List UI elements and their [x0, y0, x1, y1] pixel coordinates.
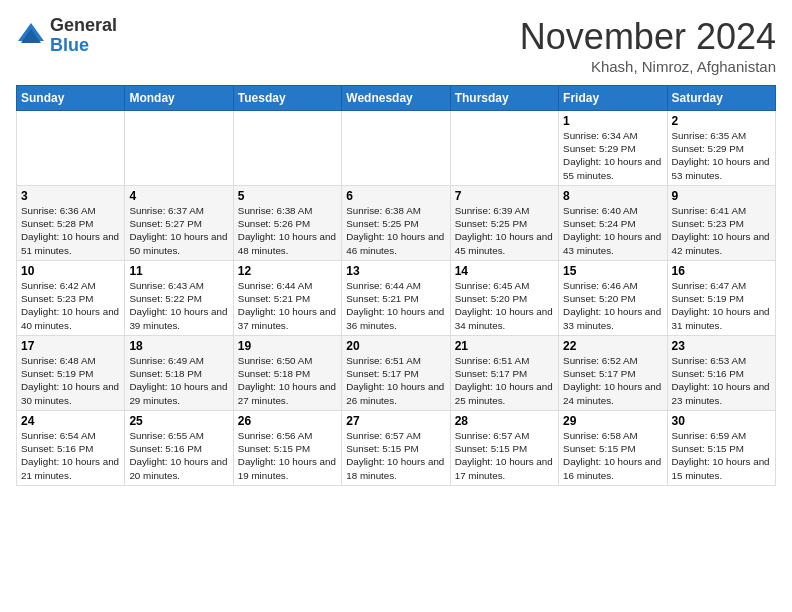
logo-blue-text: Blue [50, 36, 117, 56]
day-number: 18 [129, 339, 228, 353]
calendar-cell: 6Sunrise: 6:38 AM Sunset: 5:25 PM Daylig… [342, 186, 450, 261]
cell-info: Sunrise: 6:40 AM Sunset: 5:24 PM Dayligh… [563, 204, 662, 257]
day-number: 2 [672, 114, 771, 128]
calendar-cell: 14Sunrise: 6:45 AM Sunset: 5:20 PM Dayli… [450, 261, 558, 336]
calendar-cell [450, 111, 558, 186]
cell-info: Sunrise: 6:45 AM Sunset: 5:20 PM Dayligh… [455, 279, 554, 332]
calendar-cell: 26Sunrise: 6:56 AM Sunset: 5:15 PM Dayli… [233, 411, 341, 486]
month-title: November 2024 [520, 16, 776, 58]
calendar-cell: 5Sunrise: 6:38 AM Sunset: 5:26 PM Daylig… [233, 186, 341, 261]
cell-info: Sunrise: 6:53 AM Sunset: 5:16 PM Dayligh… [672, 354, 771, 407]
calendar-cell: 13Sunrise: 6:44 AM Sunset: 5:21 PM Dayli… [342, 261, 450, 336]
calendar-cell: 16Sunrise: 6:47 AM Sunset: 5:19 PM Dayli… [667, 261, 775, 336]
calendar-cell: 30Sunrise: 6:59 AM Sunset: 5:15 PM Dayli… [667, 411, 775, 486]
day-number: 27 [346, 414, 445, 428]
cell-info: Sunrise: 6:36 AM Sunset: 5:28 PM Dayligh… [21, 204, 120, 257]
calendar-cell [233, 111, 341, 186]
cell-info: Sunrise: 6:57 AM Sunset: 5:15 PM Dayligh… [455, 429, 554, 482]
day-header-tuesday: Tuesday [233, 86, 341, 111]
calendar-cell: 4Sunrise: 6:37 AM Sunset: 5:27 PM Daylig… [125, 186, 233, 261]
day-number: 13 [346, 264, 445, 278]
calendar-cell: 21Sunrise: 6:51 AM Sunset: 5:17 PM Dayli… [450, 336, 558, 411]
day-number: 24 [21, 414, 120, 428]
cell-info: Sunrise: 6:39 AM Sunset: 5:25 PM Dayligh… [455, 204, 554, 257]
calendar-cell: 12Sunrise: 6:44 AM Sunset: 5:21 PM Dayli… [233, 261, 341, 336]
logo-text: General Blue [50, 16, 117, 56]
header: General Blue November 2024 Khash, Nimroz… [16, 16, 776, 75]
calendar-cell: 23Sunrise: 6:53 AM Sunset: 5:16 PM Dayli… [667, 336, 775, 411]
calendar-cell: 11Sunrise: 6:43 AM Sunset: 5:22 PM Dayli… [125, 261, 233, 336]
day-header-sunday: Sunday [17, 86, 125, 111]
week-row-2: 10Sunrise: 6:42 AM Sunset: 5:23 PM Dayli… [17, 261, 776, 336]
calendar-cell: 28Sunrise: 6:57 AM Sunset: 5:15 PM Dayli… [450, 411, 558, 486]
calendar-cell: 8Sunrise: 6:40 AM Sunset: 5:24 PM Daylig… [559, 186, 667, 261]
day-number: 11 [129, 264, 228, 278]
day-number: 14 [455, 264, 554, 278]
calendar-table: SundayMondayTuesdayWednesdayThursdayFrid… [16, 85, 776, 486]
day-number: 10 [21, 264, 120, 278]
calendar-cell: 7Sunrise: 6:39 AM Sunset: 5:25 PM Daylig… [450, 186, 558, 261]
cell-info: Sunrise: 6:38 AM Sunset: 5:25 PM Dayligh… [346, 204, 445, 257]
cell-info: Sunrise: 6:44 AM Sunset: 5:21 PM Dayligh… [238, 279, 337, 332]
cell-info: Sunrise: 6:46 AM Sunset: 5:20 PM Dayligh… [563, 279, 662, 332]
day-number: 25 [129, 414, 228, 428]
cell-info: Sunrise: 6:48 AM Sunset: 5:19 PM Dayligh… [21, 354, 120, 407]
calendar-cell: 1Sunrise: 6:34 AM Sunset: 5:29 PM Daylig… [559, 111, 667, 186]
day-header-wednesday: Wednesday [342, 86, 450, 111]
week-row-3: 17Sunrise: 6:48 AM Sunset: 5:19 PM Dayli… [17, 336, 776, 411]
day-number: 22 [563, 339, 662, 353]
day-number: 16 [672, 264, 771, 278]
day-number: 19 [238, 339, 337, 353]
day-number: 6 [346, 189, 445, 203]
day-number: 4 [129, 189, 228, 203]
cell-info: Sunrise: 6:38 AM Sunset: 5:26 PM Dayligh… [238, 204, 337, 257]
cell-info: Sunrise: 6:37 AM Sunset: 5:27 PM Dayligh… [129, 204, 228, 257]
cell-info: Sunrise: 6:55 AM Sunset: 5:16 PM Dayligh… [129, 429, 228, 482]
cell-info: Sunrise: 6:52 AM Sunset: 5:17 PM Dayligh… [563, 354, 662, 407]
calendar-cell: 25Sunrise: 6:55 AM Sunset: 5:16 PM Dayli… [125, 411, 233, 486]
cell-info: Sunrise: 6:59 AM Sunset: 5:15 PM Dayligh… [672, 429, 771, 482]
calendar-cell [125, 111, 233, 186]
week-row-0: 1Sunrise: 6:34 AM Sunset: 5:29 PM Daylig… [17, 111, 776, 186]
cell-info: Sunrise: 6:44 AM Sunset: 5:21 PM Dayligh… [346, 279, 445, 332]
cell-info: Sunrise: 6:57 AM Sunset: 5:15 PM Dayligh… [346, 429, 445, 482]
logo: General Blue [16, 16, 117, 56]
day-number: 23 [672, 339, 771, 353]
day-number: 26 [238, 414, 337, 428]
cell-info: Sunrise: 6:56 AM Sunset: 5:15 PM Dayligh… [238, 429, 337, 482]
day-header-friday: Friday [559, 86, 667, 111]
day-number: 1 [563, 114, 662, 128]
calendar-cell: 3Sunrise: 6:36 AM Sunset: 5:28 PM Daylig… [17, 186, 125, 261]
calendar-cell: 27Sunrise: 6:57 AM Sunset: 5:15 PM Dayli… [342, 411, 450, 486]
calendar-cell: 17Sunrise: 6:48 AM Sunset: 5:19 PM Dayli… [17, 336, 125, 411]
calendar-cell: 18Sunrise: 6:49 AM Sunset: 5:18 PM Dayli… [125, 336, 233, 411]
week-row-1: 3Sunrise: 6:36 AM Sunset: 5:28 PM Daylig… [17, 186, 776, 261]
day-number: 5 [238, 189, 337, 203]
cell-info: Sunrise: 6:50 AM Sunset: 5:18 PM Dayligh… [238, 354, 337, 407]
title-section: November 2024 Khash, Nimroz, Afghanistan [520, 16, 776, 75]
day-number: 7 [455, 189, 554, 203]
day-number: 3 [21, 189, 120, 203]
calendar-header-row: SundayMondayTuesdayWednesdayThursdayFrid… [17, 86, 776, 111]
day-number: 20 [346, 339, 445, 353]
calendar-cell: 22Sunrise: 6:52 AM Sunset: 5:17 PM Dayli… [559, 336, 667, 411]
day-number: 30 [672, 414, 771, 428]
day-number: 9 [672, 189, 771, 203]
cell-info: Sunrise: 6:35 AM Sunset: 5:29 PM Dayligh… [672, 129, 771, 182]
cell-info: Sunrise: 6:41 AM Sunset: 5:23 PM Dayligh… [672, 204, 771, 257]
cell-info: Sunrise: 6:34 AM Sunset: 5:29 PM Dayligh… [563, 129, 662, 182]
calendar-cell: 2Sunrise: 6:35 AM Sunset: 5:29 PM Daylig… [667, 111, 775, 186]
day-number: 17 [21, 339, 120, 353]
day-number: 21 [455, 339, 554, 353]
cell-info: Sunrise: 6:51 AM Sunset: 5:17 PM Dayligh… [455, 354, 554, 407]
calendar-cell: 15Sunrise: 6:46 AM Sunset: 5:20 PM Dayli… [559, 261, 667, 336]
calendar-cell: 29Sunrise: 6:58 AM Sunset: 5:15 PM Dayli… [559, 411, 667, 486]
day-header-saturday: Saturday [667, 86, 775, 111]
day-number: 12 [238, 264, 337, 278]
cell-info: Sunrise: 6:58 AM Sunset: 5:15 PM Dayligh… [563, 429, 662, 482]
calendar-cell: 24Sunrise: 6:54 AM Sunset: 5:16 PM Dayli… [17, 411, 125, 486]
logo-general-text: General [50, 16, 117, 36]
day-number: 29 [563, 414, 662, 428]
day-header-monday: Monday [125, 86, 233, 111]
cell-info: Sunrise: 6:43 AM Sunset: 5:22 PM Dayligh… [129, 279, 228, 332]
